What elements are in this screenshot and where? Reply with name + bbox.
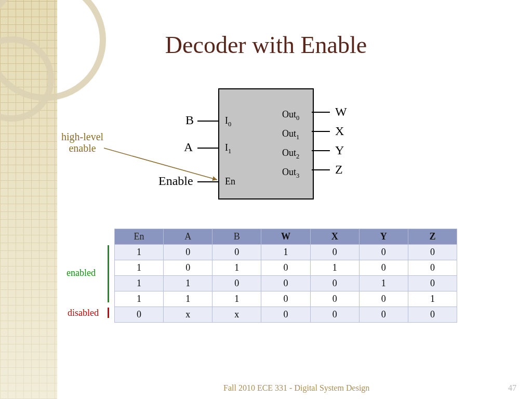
footer-text: Fall 2010 ECE 331 - Digital System Desig… xyxy=(223,383,369,393)
table-cell: 1 xyxy=(115,276,164,291)
table-cell: 1 xyxy=(408,291,457,307)
table-cell: 0 xyxy=(310,291,359,307)
input-label-a: A xyxy=(184,140,193,154)
table-cell: 0 xyxy=(164,245,212,260)
enable-annotation: high-level enable xyxy=(61,131,103,154)
table-cell: x xyxy=(164,307,212,323)
disabled-label: disabled xyxy=(68,308,99,318)
table-cell: 1 xyxy=(115,245,164,260)
output-label-w: W xyxy=(335,105,347,119)
wire-z xyxy=(312,169,330,170)
table-cell: 0 xyxy=(359,307,408,323)
table-cell: 0 xyxy=(212,276,261,291)
enabled-bracket xyxy=(108,245,109,302)
output-label-y: Y xyxy=(335,143,344,157)
truth-table: En A B W X Y Z 1001000101010011000101110… xyxy=(114,229,457,323)
table-cell: 0 xyxy=(408,260,457,276)
wire-w xyxy=(312,112,330,113)
table-cell: 0 xyxy=(310,245,359,260)
table-cell: 1 xyxy=(164,291,212,307)
enable-annotation-line1: high-level xyxy=(61,131,103,142)
wire-x xyxy=(312,131,330,132)
table-row: 1010100 xyxy=(115,260,457,276)
table-cell: 0 xyxy=(261,276,310,291)
disabled-bracket xyxy=(108,308,109,318)
table-row: 1001000 xyxy=(115,245,457,260)
table-cell: 0 xyxy=(310,307,359,323)
table-cell: 1 xyxy=(212,291,261,307)
enable-annotation-line2: enable xyxy=(69,142,96,154)
table-row: 0xx0000 xyxy=(115,307,457,323)
internal-label-out1: Out1 xyxy=(282,128,299,141)
internal-label-i0: I0 xyxy=(225,115,231,128)
th-y: Y xyxy=(359,229,408,245)
wire-y xyxy=(312,150,330,151)
table-row: 1100010 xyxy=(115,276,457,291)
table-cell: 0 xyxy=(359,291,408,307)
internal-label-out3: Out3 xyxy=(282,167,299,180)
table-cell: x xyxy=(212,307,261,323)
table-cell: 0 xyxy=(261,307,310,323)
table-cell: 0 xyxy=(359,260,408,276)
table-cell: 1 xyxy=(115,260,164,276)
th-w: W xyxy=(261,229,310,245)
table-header-row: En A B W X Y Z xyxy=(115,229,457,245)
enabled-label: enabled xyxy=(66,268,96,278)
table-cell: 1 xyxy=(164,276,212,291)
table-cell: 0 xyxy=(310,276,359,291)
table-cell: 1 xyxy=(261,245,310,260)
table-cell: 0 xyxy=(115,307,164,323)
internal-label-out2: Out2 xyxy=(282,148,299,161)
table-row: 1110001 xyxy=(115,291,457,307)
table-cell: 0 xyxy=(408,276,457,291)
output-label-z: Z xyxy=(335,163,343,177)
th-en: En xyxy=(115,229,164,245)
table-cell: 1 xyxy=(359,276,408,291)
table-cell: 0 xyxy=(261,291,310,307)
wire-a xyxy=(197,148,218,149)
wire-b xyxy=(197,121,218,122)
table-cell: 0 xyxy=(408,307,457,323)
table-cell: 0 xyxy=(164,260,212,276)
internal-label-en: En xyxy=(225,176,235,187)
th-a: A xyxy=(164,229,212,245)
internal-label-i1: I1 xyxy=(225,142,231,155)
table-cell: 1 xyxy=(310,260,359,276)
table-cell: 1 xyxy=(212,260,261,276)
page-number: 47 xyxy=(508,383,516,393)
th-x: X xyxy=(310,229,359,245)
input-label-enable: Enable xyxy=(158,174,193,188)
table-cell: 0 xyxy=(212,245,261,260)
internal-label-out0: Out0 xyxy=(282,109,299,122)
page-title: Decoder with Enable xyxy=(0,31,532,59)
output-label-x: X xyxy=(335,124,344,138)
th-z: Z xyxy=(408,229,457,245)
table-cell: 1 xyxy=(115,291,164,307)
table-cell: 0 xyxy=(359,245,408,260)
input-label-b: B xyxy=(185,113,194,127)
wire-enable xyxy=(197,181,218,182)
th-b: B xyxy=(212,229,261,245)
table-cell: 0 xyxy=(261,260,310,276)
table-cell: 0 xyxy=(408,245,457,260)
